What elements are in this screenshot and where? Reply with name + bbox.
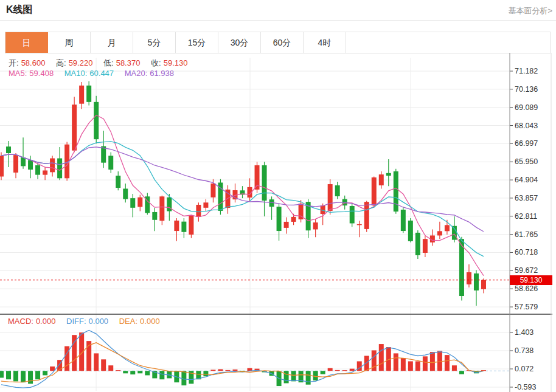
period-tabbar: 日 周 月 5分 15分 30分 60分 4时: [5, 32, 551, 53]
open-value: 58.600: [21, 58, 46, 67]
macd-histogram-bar: [21, 371, 26, 382]
macd-axis-label: -0.593: [515, 383, 536, 391]
tabbar-filler: [346, 32, 550, 53]
kline-canvas[interactable]: 71.18270.13669.08968.04366.99765.95064.9…: [0, 53, 552, 392]
current-price-badge: 59.130: [510, 275, 552, 285]
macd-histogram-bar: [0, 371, 4, 377]
candle-body: [415, 233, 420, 255]
close-label: 收:: [151, 58, 161, 67]
y-axis-label: 71.182: [515, 67, 538, 75]
macd-histogram-bar: [123, 371, 128, 373]
macd-histogram-bar: [137, 371, 142, 373]
chart-area: 71.18270.13669.08968.04366.99765.95064.9…: [0, 53, 552, 392]
macd-histogram-bar: [210, 370, 215, 371]
macd-histogram-bar: [284, 371, 289, 383]
candle-body: [137, 198, 142, 207]
macd-histogram-bar: [313, 371, 318, 380]
candle-body: [357, 224, 362, 225]
macd-histogram-bar: [291, 371, 296, 381]
candle-body: [28, 160, 33, 170]
candle-body: [94, 102, 99, 139]
candle-body: [196, 205, 201, 217]
tab-60min[interactable]: 60分: [261, 32, 304, 53]
candle-body: [372, 177, 377, 205]
macd-axis-label: 1.403: [515, 328, 533, 337]
y-axis-label: 61.765: [515, 230, 538, 239]
macd-histogram-bar: [423, 356, 428, 371]
dea-value: 0.000: [140, 317, 160, 326]
macd-histogram-bar: [306, 371, 311, 385]
low-value: 58.370: [116, 58, 141, 67]
tab-week[interactable]: 周: [48, 32, 91, 53]
ma-readout: MA5:59.408 MA10:60.447 MA20:61.938: [9, 69, 176, 78]
y-axis-label: 58.626: [515, 284, 538, 293]
macd-histogram-bar: [203, 371, 208, 376]
high-value: 59.220: [69, 58, 93, 67]
macd-histogram-bar: [6, 371, 11, 379]
candle-body: [379, 174, 384, 185]
candle-body: [437, 231, 442, 235]
candle-body: [394, 171, 398, 211]
candle-body: [210, 184, 215, 198]
candle-body: [189, 216, 193, 235]
tab-day[interactable]: 日: [5, 32, 48, 53]
open-label: 开:: [9, 58, 19, 67]
macd-histogram-bar: [159, 371, 164, 379]
kline-widget: K线图 基本面分析> 日 周 月 5分 15分 30分 60分 4时 71.18…: [0, 0, 556, 392]
y-axis-label: 59.672: [515, 266, 538, 275]
ma20-label: MA20:: [125, 69, 148, 78]
y-axis-label: 68.043: [515, 122, 538, 130]
candle-body: [445, 225, 450, 231]
tab-month[interactable]: 月: [91, 32, 133, 53]
y-axis-label: 63.857: [515, 194, 538, 202]
macd-histogram-bar: [437, 351, 442, 371]
macd-histogram-bar: [145, 371, 150, 375]
candle-body: [284, 222, 289, 228]
ma10-value: 60.447: [89, 69, 114, 78]
candle-body: [291, 217, 296, 222]
tab-5min[interactable]: 5分: [133, 32, 176, 53]
candle-body: [167, 198, 172, 211]
candle-body: [408, 221, 413, 241]
y-axis-label: 60.718: [515, 248, 538, 256]
candle-body: [335, 185, 340, 196]
macd-histogram-bar: [218, 370, 223, 371]
header-divider: [0, 20, 556, 21]
candle-body: [72, 105, 77, 151]
tab-30min[interactable]: 30分: [218, 32, 261, 53]
macd-histogram-bar: [342, 370, 347, 371]
macd-histogram-bar: [459, 371, 464, 374]
macd-histogram-bar: [130, 371, 135, 374]
macd-histogram-bar: [232, 370, 237, 371]
y-axis-label: 66.997: [515, 139, 538, 148]
candle-body: [0, 156, 4, 176]
candle-body: [123, 188, 128, 199]
macd-histogram-bar: [108, 365, 113, 371]
macd-histogram-bar: [101, 359, 106, 371]
diff-value: 0.000: [89, 317, 109, 326]
y-axis-label: 62.811: [515, 212, 537, 221]
macd-histogram-bar: [43, 371, 47, 375]
ma5-value: 59.408: [29, 69, 54, 78]
macd-histogram-bar: [321, 371, 325, 374]
ma20-value: 61.938: [150, 69, 174, 78]
macd-label: MACD:: [8, 317, 33, 326]
tab-4hour[interactable]: 4时: [304, 32, 346, 53]
macd-value: 0.000: [36, 317, 56, 326]
y-axis-label: 57.579: [515, 303, 538, 311]
ma5-label: MA5:: [9, 69, 27, 78]
candle-body: [277, 207, 282, 231]
macd-histogram-bar: [415, 361, 420, 371]
low-label: 低:: [103, 58, 114, 67]
macd-histogram-bar: [13, 371, 18, 381]
dea-label: DEA:: [119, 317, 137, 326]
macd-histogram-bar: [35, 371, 40, 379]
y-axis-label: 69.089: [515, 103, 538, 112]
macd-histogram-bar: [452, 365, 457, 371]
macd-histogram-bar: [116, 370, 120, 371]
tab-15min[interactable]: 15分: [176, 32, 218, 53]
candle-body: [6, 146, 11, 153]
macd-readout: MACD:0.000 DIFF:0.000 DEA:0.000: [8, 317, 162, 326]
fundamental-analysis-link[interactable]: 基本面分析>: [508, 5, 552, 16]
macd-histogram-bar: [28, 371, 33, 383]
